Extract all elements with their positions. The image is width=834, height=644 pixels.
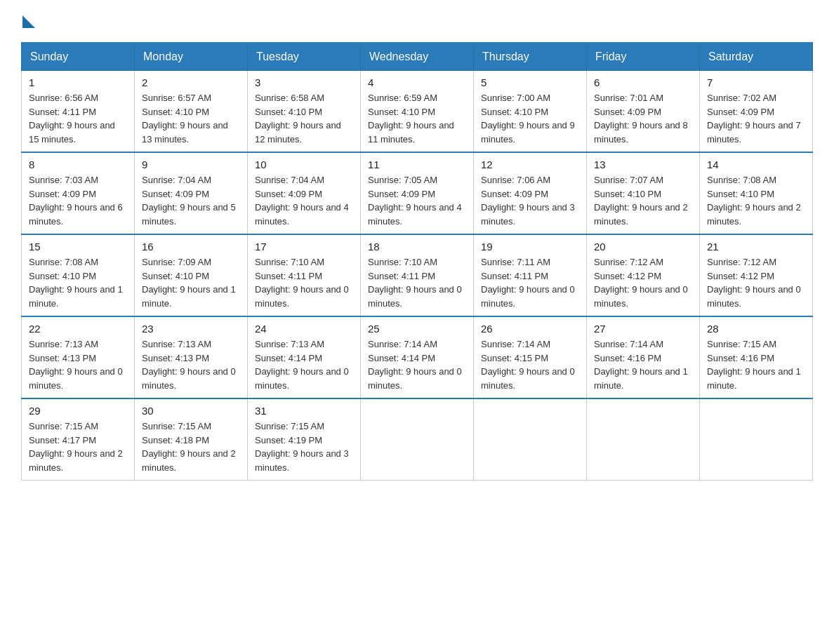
calendar-day-cell: 6 Sunrise: 7:01 AM Sunset: 4:09 PM Dayli…	[587, 71, 700, 153]
day-info: Sunrise: 7:09 AM Sunset: 4:10 PM Dayligh…	[142, 255, 240, 310]
day-number: 13	[594, 159, 692, 170]
header-saturday: Saturday	[700, 43, 813, 71]
day-info: Sunrise: 7:11 AM Sunset: 4:11 PM Dayligh…	[481, 255, 579, 310]
calendar-day-cell: 5 Sunrise: 7:00 AM Sunset: 4:10 PM Dayli…	[474, 71, 587, 153]
day-info: Sunrise: 7:04 AM Sunset: 4:09 PM Dayligh…	[255, 173, 353, 228]
day-info: Sunrise: 7:13 AM Sunset: 4:13 PM Dayligh…	[29, 337, 127, 392]
day-info: Sunrise: 7:10 AM Sunset: 4:11 PM Dayligh…	[255, 255, 353, 310]
calendar-day-cell: 8 Sunrise: 7:03 AM Sunset: 4:09 PM Dayli…	[22, 152, 135, 234]
day-info: Sunrise: 7:12 AM Sunset: 4:12 PM Dayligh…	[707, 255, 805, 310]
calendar-week-row: 22 Sunrise: 7:13 AM Sunset: 4:13 PM Dayl…	[22, 316, 813, 398]
day-info: Sunrise: 7:14 AM Sunset: 4:14 PM Dayligh…	[368, 337, 466, 392]
day-info: Sunrise: 6:59 AM Sunset: 4:10 PM Dayligh…	[368, 91, 466, 146]
day-info: Sunrise: 7:15 AM Sunset: 4:19 PM Dayligh…	[255, 420, 353, 474]
calendar-day-cell: 14 Sunrise: 7:08 AM Sunset: 4:10 PM Dayl…	[700, 152, 813, 234]
day-info: Sunrise: 7:15 AM Sunset: 4:18 PM Dayligh…	[142, 420, 240, 474]
calendar-day-cell: 12 Sunrise: 7:06 AM Sunset: 4:09 PM Dayl…	[474, 152, 587, 234]
day-number: 14	[707, 159, 805, 170]
calendar-day-cell: 4 Sunrise: 6:59 AM Sunset: 4:10 PM Dayli…	[361, 71, 474, 153]
calendar-day-cell: 3 Sunrise: 6:58 AM Sunset: 4:10 PM Dayli…	[248, 71, 361, 153]
day-number: 15	[29, 241, 127, 253]
calendar-day-cell: 17 Sunrise: 7:10 AM Sunset: 4:11 PM Dayl…	[248, 234, 361, 316]
calendar-day-cell	[700, 398, 813, 481]
header-monday: Monday	[135, 43, 248, 71]
day-info: Sunrise: 7:13 AM Sunset: 4:13 PM Dayligh…	[142, 337, 240, 392]
page-header	[21, 14, 813, 28]
day-number: 4	[368, 76, 466, 88]
calendar-day-cell: 18 Sunrise: 7:10 AM Sunset: 4:11 PM Dayl…	[361, 234, 474, 316]
day-info: Sunrise: 7:00 AM Sunset: 4:10 PM Dayligh…	[481, 91, 579, 146]
day-number: 11	[368, 159, 466, 170]
day-info: Sunrise: 6:58 AM Sunset: 4:10 PM Dayligh…	[255, 91, 353, 146]
day-info: Sunrise: 6:56 AM Sunset: 4:11 PM Dayligh…	[29, 91, 127, 146]
calendar-day-cell: 27 Sunrise: 7:14 AM Sunset: 4:16 PM Dayl…	[587, 316, 700, 398]
day-info: Sunrise: 7:05 AM Sunset: 4:09 PM Dayligh…	[368, 173, 466, 228]
day-number: 29	[29, 405, 127, 417]
day-number: 8	[29, 159, 127, 170]
day-number: 27	[594, 323, 692, 335]
calendar-day-cell: 22 Sunrise: 7:13 AM Sunset: 4:13 PM Dayl…	[22, 316, 135, 398]
calendar-day-cell	[361, 398, 474, 481]
day-info: Sunrise: 7:15 AM Sunset: 4:17 PM Dayligh…	[29, 420, 127, 474]
day-number: 16	[142, 241, 240, 253]
day-number: 2	[142, 76, 240, 88]
calendar-day-cell: 30 Sunrise: 7:15 AM Sunset: 4:18 PM Dayl…	[135, 398, 248, 481]
header-tuesday: Tuesday	[248, 43, 361, 71]
calendar-day-cell: 9 Sunrise: 7:04 AM Sunset: 4:09 PM Dayli…	[135, 152, 248, 234]
day-number: 22	[29, 323, 127, 335]
day-number: 1	[29, 76, 127, 88]
calendar-day-cell: 7 Sunrise: 7:02 AM Sunset: 4:09 PM Dayli…	[700, 71, 813, 153]
calendar-day-cell: 24 Sunrise: 7:13 AM Sunset: 4:14 PM Dayl…	[248, 316, 361, 398]
day-info: Sunrise: 7:14 AM Sunset: 4:15 PM Dayligh…	[481, 337, 579, 392]
calendar-day-cell: 11 Sunrise: 7:05 AM Sunset: 4:09 PM Dayl…	[361, 152, 474, 234]
day-info: Sunrise: 7:03 AM Sunset: 4:09 PM Dayligh…	[29, 173, 127, 228]
day-info: Sunrise: 7:04 AM Sunset: 4:09 PM Dayligh…	[142, 173, 240, 228]
calendar-day-cell: 21 Sunrise: 7:12 AM Sunset: 4:12 PM Dayl…	[700, 234, 813, 316]
logo-arrow-icon	[22, 15, 35, 28]
day-info: Sunrise: 7:07 AM Sunset: 4:10 PM Dayligh…	[594, 173, 692, 228]
day-info: Sunrise: 7:10 AM Sunset: 4:11 PM Dayligh…	[368, 255, 466, 310]
calendar-day-cell: 28 Sunrise: 7:15 AM Sunset: 4:16 PM Dayl…	[700, 316, 813, 398]
header-thursday: Thursday	[474, 43, 587, 71]
calendar-day-cell: 10 Sunrise: 7:04 AM Sunset: 4:09 PM Dayl…	[248, 152, 361, 234]
day-number: 23	[142, 323, 240, 335]
day-number: 24	[255, 323, 353, 335]
calendar-day-cell: 13 Sunrise: 7:07 AM Sunset: 4:10 PM Dayl…	[587, 152, 700, 234]
day-number: 28	[707, 323, 805, 335]
day-info: Sunrise: 6:57 AM Sunset: 4:10 PM Dayligh…	[142, 91, 240, 146]
day-number: 18	[368, 241, 466, 253]
calendar-day-cell: 20 Sunrise: 7:12 AM Sunset: 4:12 PM Dayl…	[587, 234, 700, 316]
calendar-day-cell: 31 Sunrise: 7:15 AM Sunset: 4:19 PM Dayl…	[248, 398, 361, 481]
calendar-day-cell: 19 Sunrise: 7:11 AM Sunset: 4:11 PM Dayl…	[474, 234, 587, 316]
day-info: Sunrise: 7:08 AM Sunset: 4:10 PM Dayligh…	[29, 255, 127, 310]
calendar-day-cell	[474, 398, 587, 481]
day-number: 20	[594, 241, 692, 253]
calendar-day-cell: 2 Sunrise: 6:57 AM Sunset: 4:10 PM Dayli…	[135, 71, 248, 153]
day-info: Sunrise: 7:14 AM Sunset: 4:16 PM Dayligh…	[594, 337, 692, 392]
day-info: Sunrise: 7:06 AM Sunset: 4:09 PM Dayligh…	[481, 173, 579, 228]
logo	[21, 14, 35, 28]
calendar-table: SundayMondayTuesdayWednesdayThursdayFrid…	[21, 42, 813, 481]
day-info: Sunrise: 7:12 AM Sunset: 4:12 PM Dayligh…	[594, 255, 692, 310]
day-info: Sunrise: 7:02 AM Sunset: 4:09 PM Dayligh…	[707, 91, 805, 146]
day-number: 9	[142, 159, 240, 170]
day-info: Sunrise: 7:08 AM Sunset: 4:10 PM Dayligh…	[707, 173, 805, 228]
day-info: Sunrise: 7:13 AM Sunset: 4:14 PM Dayligh…	[255, 337, 353, 392]
header-sunday: Sunday	[22, 43, 135, 71]
day-number: 30	[142, 405, 240, 417]
calendar-day-cell: 23 Sunrise: 7:13 AM Sunset: 4:13 PM Dayl…	[135, 316, 248, 398]
calendar-day-cell: 26 Sunrise: 7:14 AM Sunset: 4:15 PM Dayl…	[474, 316, 587, 398]
header-friday: Friday	[587, 43, 700, 71]
day-number: 6	[594, 76, 692, 88]
calendar-week-row: 8 Sunrise: 7:03 AM Sunset: 4:09 PM Dayli…	[22, 152, 813, 234]
calendar-day-cell: 16 Sunrise: 7:09 AM Sunset: 4:10 PM Dayl…	[135, 234, 248, 316]
day-number: 19	[481, 241, 579, 253]
day-number: 26	[481, 323, 579, 335]
calendar-day-cell: 25 Sunrise: 7:14 AM Sunset: 4:14 PM Dayl…	[361, 316, 474, 398]
day-number: 31	[255, 405, 353, 417]
calendar-header-row: SundayMondayTuesdayWednesdayThursdayFrid…	[22, 43, 813, 71]
day-number: 10	[255, 159, 353, 170]
calendar-day-cell: 29 Sunrise: 7:15 AM Sunset: 4:17 PM Dayl…	[22, 398, 135, 481]
calendar-week-row: 29 Sunrise: 7:15 AM Sunset: 4:17 PM Dayl…	[22, 398, 813, 481]
day-info: Sunrise: 7:01 AM Sunset: 4:09 PM Dayligh…	[594, 91, 692, 146]
